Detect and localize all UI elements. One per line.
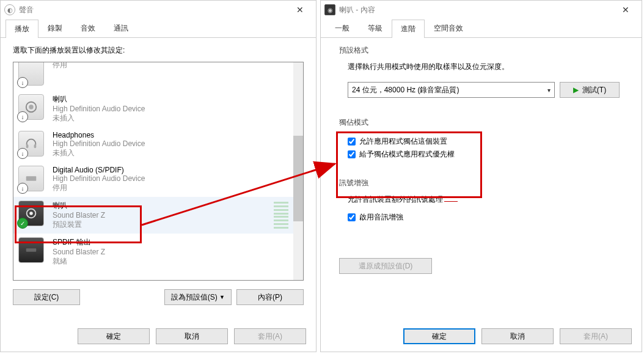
- test-button[interactable]: ▶ 測試(T): [560, 82, 620, 98]
- properties-button[interactable]: 內容(P): [236, 289, 304, 305]
- device-item[interactable]: ↓ Digital Audio (S/PDIF)High Definition …: [13, 162, 293, 197]
- group-desc: 允許音訊裝置額外的訊號處理: [348, 194, 620, 205]
- scrollbar-thumb[interactable]: [293, 136, 303, 221]
- titlebar: ◐ 聲音 ✕: [1, 1, 316, 19]
- svg-rect-7: [26, 248, 37, 252]
- check-icon: ✓: [17, 218, 28, 229]
- spdif-icon: [18, 237, 45, 264]
- exclusive-priority-checkbox[interactable]: 給予獨佔模式應用程式優先權: [348, 149, 620, 160]
- set-default-button[interactable]: 設為預設值(S) ▼: [164, 289, 232, 305]
- tab-playback[interactable]: 播放: [5, 20, 38, 38]
- apply-button[interactable]: 套用(A): [560, 328, 632, 344]
- restore-defaults-button[interactable]: 還原成預設值(D): [339, 258, 432, 274]
- down-arrow-icon: ↓: [17, 148, 28, 159]
- signal-enhance-group: 訊號增強 允許音訊裝置額外的訊號處理 啟用音訊增強: [339, 178, 623, 229]
- tab-comm[interactable]: 通訊: [104, 19, 137, 37]
- tab-strip: 播放 錄製 音效 通訊: [1, 19, 316, 38]
- ok-button[interactable]: 確定: [78, 328, 150, 344]
- tab-sounds[interactable]: 音效: [71, 19, 104, 37]
- chevron-down-icon: ▼: [219, 294, 225, 300]
- dialog-title: 喇叭 - 內容: [339, 5, 375, 15]
- level-meter: [274, 201, 288, 230]
- allow-exclusive-checkbox[interactable]: 允許應用程式獨佔這個裝置: [348, 136, 620, 147]
- tab-recording[interactable]: 錄製: [38, 19, 71, 37]
- device-item[interactable]: ↓ 停用: [13, 62, 293, 90]
- sound-icon: ◐: [4, 4, 15, 15]
- cancel-button[interactable]: 取消: [156, 328, 228, 344]
- titlebar: ◉ 喇叭 - 內容 ✕: [321, 1, 642, 19]
- speaker-icon: ◉: [324, 4, 335, 15]
- annotation-underline: [444, 201, 458, 202]
- default-format-group: 預設格式 選擇執行共用模式時使用的取樣率以及位元深度。 24 位元，48000 …: [339, 45, 623, 101]
- speaker-icon: ✓: [18, 201, 45, 227]
- chevron-down-icon: ▾: [547, 87, 551, 94]
- svg-rect-3: [34, 144, 37, 148]
- tab-spatial[interactable]: 空間音效: [425, 19, 472, 37]
- dialog-title: 聲音: [19, 5, 34, 15]
- spdif-icon: ↓: [18, 166, 45, 193]
- device-icon: ↓: [18, 62, 45, 87]
- tab-strip: 一般 等級 進階 空間音效: [321, 19, 642, 38]
- tab-advanced[interactable]: 進階: [392, 20, 425, 38]
- properties-dialog: ◉ 喇叭 - 內容 ✕ 一般 等級 進階 空間音效 預設格式 選擇執行共用模式時…: [320, 0, 642, 352]
- speaker-icon: ↓: [18, 94, 45, 121]
- play-icon: ▶: [573, 86, 579, 94]
- close-icon[interactable]: ✕: [288, 1, 312, 18]
- device-listbox[interactable]: ↓ 停用 ↓ 喇叭High Definition Audio Device未插入…: [13, 62, 304, 281]
- cancel-button[interactable]: 取消: [481, 328, 554, 344]
- device-item[interactable]: ↓ 喇叭High Definition Audio Device未插入: [13, 90, 293, 127]
- group-title: 獨佔模式: [339, 117, 623, 128]
- down-arrow-icon: ↓: [17, 111, 28, 122]
- instruction-text: 選取下面的播放裝置以修改其設定:: [13, 45, 304, 56]
- svg-rect-2: [26, 144, 29, 148]
- group-title: 預設格式: [339, 45, 623, 56]
- tab-general[interactable]: 一般: [326, 19, 359, 37]
- group-desc: 選擇執行共用模式時使用的取樣率以及位元深度。: [348, 62, 620, 72]
- sound-dialog: ◐ 聲音 ✕ 播放 錄製 音效 通訊 選取下面的播放裝置以修改其設定: ↓ 停用…: [0, 0, 317, 352]
- close-icon[interactable]: ✕: [613, 1, 638, 18]
- svg-point-1: [29, 105, 33, 109]
- down-arrow-icon: ↓: [17, 183, 28, 194]
- device-item[interactable]: SPDIF 輸出Sound Blaster Z就緒: [13, 234, 293, 270]
- device-item-selected[interactable]: ✓ 喇叭Sound Blaster Z預設裝置: [13, 197, 293, 234]
- svg-point-6: [29, 212, 33, 215]
- ok-button[interactable]: 確定: [403, 328, 475, 344]
- down-arrow-icon: ↓: [17, 77, 28, 88]
- enable-enhance-checkbox[interactable]: 啟用音訊增強: [348, 212, 620, 223]
- configure-button[interactable]: 設定(C): [13, 289, 80, 305]
- tab-levels[interactable]: 等級: [359, 19, 392, 37]
- headphones-icon: ↓: [18, 131, 45, 158]
- device-item[interactable]: ↓ HeadphonesHigh Definition Audio Device…: [13, 127, 293, 162]
- svg-rect-4: [26, 176, 37, 180]
- apply-button[interactable]: 套用(A): [234, 328, 306, 344]
- group-title: 訊號增強: [339, 178, 623, 188]
- sample-format-combo[interactable]: 24 位元，48000 Hz (錄音室品質) ▾: [348, 82, 555, 98]
- exclusive-mode-group: 獨佔模式 允許應用程式獨佔這個裝置 給予獨佔模式應用程式優先權: [339, 117, 623, 166]
